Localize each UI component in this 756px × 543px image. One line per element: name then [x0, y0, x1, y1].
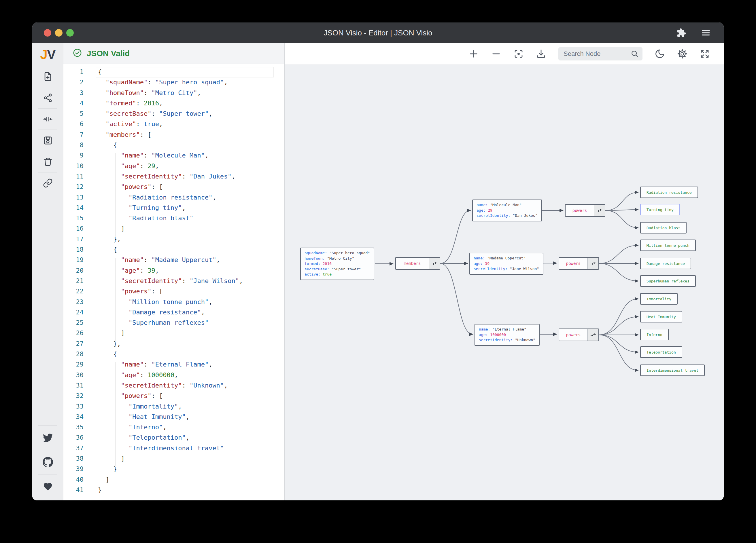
center-view-icon[interactable] — [32, 109, 63, 130]
node-powers-array-0[interactable]: powers — [565, 204, 605, 217]
github-icon[interactable] — [32, 450, 63, 474]
graph-panel: squadName:"Super hero squad" homeTown:"M… — [285, 43, 724, 500]
code-line[interactable]: 7 "members": [ — [63, 130, 284, 140]
code-line[interactable]: 25 "Superhuman reflexes" — [63, 317, 284, 328]
code-line[interactable]: 23 "Million tonne punch", — [63, 297, 284, 307]
code-line[interactable]: 17 }, — [63, 234, 284, 245]
new-document-icon[interactable] — [32, 66, 63, 87]
code-line[interactable]: 19 "name": "Madame Uppercut", — [63, 255, 284, 265]
dark-mode-moon-icon[interactable] — [655, 49, 665, 59]
node-members-array[interactable]: members — [395, 257, 440, 270]
code-line[interactable]: 15 "Radiation blast" — [63, 213, 284, 224]
code-line[interactable]: 2 "squadName": "Super hero squad", — [63, 77, 284, 88]
node-powers-array-1[interactable]: powers — [559, 257, 599, 270]
code-line[interactable]: 29 "name": "Eternal Flame", — [63, 359, 284, 370]
code-line[interactable]: 38 ] — [63, 453, 284, 464]
code-line[interactable]: 27 }, — [63, 338, 284, 349]
node-row: name:"Molecule Man" — [477, 203, 538, 208]
line-number: 27 — [63, 338, 84, 349]
code-line[interactable]: 6 "active": true, — [63, 119, 284, 129]
line-number: 4 — [63, 98, 84, 109]
code-line[interactable]: 21 "secretIdentity": "Jane Wilson", — [63, 276, 284, 286]
code-line[interactable]: 31 "secretIdentity": "Unknown", — [63, 380, 284, 391]
search-node-input[interactable] — [558, 47, 642, 60]
code-line[interactable]: 11 "secretIdentity": "Dan Jukes", — [63, 171, 284, 182]
node-leaf[interactable]: Superhuman reflexes — [640, 275, 696, 287]
collapse-node-icon[interactable] — [594, 205, 605, 216]
code-line[interactable]: 40 ] — [63, 474, 284, 485]
node-leaf[interactable]: Radiation blast — [640, 222, 687, 234]
code-line[interactable]: 14 "Turning tiny", — [63, 203, 284, 213]
fullscreen-icon[interactable] — [700, 49, 710, 59]
code-line[interactable]: 41} — [63, 485, 284, 495]
line-number: 6 — [63, 119, 84, 129]
extension-puzzle-icon[interactable] — [676, 28, 686, 38]
line-number: 33 — [63, 401, 84, 412]
node-member-2[interactable]: name:"Eternal Flame" age:1000000 secretI… — [475, 324, 540, 346]
node-leaf-highlighted[interactable]: Turning tiny — [640, 204, 680, 215]
code-line[interactable]: 22 "powers": [ — [63, 286, 284, 296]
code-line[interactable]: 9 "name": "Molecule Man", — [63, 150, 284, 161]
search-icon[interactable] — [630, 50, 639, 59]
node-leaf[interactable]: Immortality — [640, 293, 678, 304]
delete-icon[interactable] — [32, 151, 63, 172]
code-line[interactable]: 16 ] — [63, 224, 284, 234]
collapse-node-icon[interactable] — [429, 258, 440, 269]
settings-gear-icon[interactable] — [677, 49, 687, 59]
code-line[interactable]: 20 "age": 39, — [63, 266, 284, 276]
code-line[interactable]: 28 { — [63, 349, 284, 359]
code-line[interactable]: 34 "Heat Immunity", — [63, 412, 284, 422]
code-line[interactable]: 18 { — [63, 245, 284, 255]
code-line[interactable]: 36 "Teleportation", — [63, 432, 284, 443]
node-leaf[interactable]: Radiation resistance — [640, 187, 698, 198]
code-line[interactable]: 32 "powers": [ — [63, 391, 284, 401]
code-line[interactable]: 3 "homeTown": "Metro City", — [63, 88, 284, 98]
line-number: 26 — [63, 328, 84, 338]
graph-canvas[interactable]: squadName:"Super hero squad" homeTown:"M… — [285, 65, 724, 500]
code-line[interactable]: 1{ — [63, 67, 284, 77]
node-root-object[interactable]: squadName:"Super hero squad" homeTown:"M… — [300, 248, 374, 280]
editor-scrollbar[interactable] — [276, 64, 276, 500]
code-line[interactable]: 12 "powers": [ — [63, 182, 284, 192]
sponsor-heart-icon[interactable] — [32, 474, 63, 499]
node-member-1[interactable]: name:"Madame Uppercut" age:39 secretIden… — [469, 253, 543, 275]
node-leaf[interactable]: Inferno — [640, 329, 669, 340]
code-line[interactable]: 30 "age": 1000000, — [63, 370, 284, 380]
center-focus-icon[interactable] — [513, 49, 524, 59]
code-line[interactable]: 13 "Radiation resistance", — [63, 192, 284, 203]
code-line[interactable]: 26 ] — [63, 328, 284, 338]
code-line[interactable]: 24 "Damage resistance", — [63, 307, 284, 317]
code-line[interactable]: 35 "Inferno", — [63, 422, 284, 432]
share-graph-icon[interactable] — [32, 87, 63, 108]
line-number: 41 — [63, 485, 84, 495]
node-leaf[interactable]: Million tonne punch — [640, 240, 696, 251]
zoom-out-icon[interactable] — [491, 49, 501, 59]
collapse-node-icon[interactable] — [587, 329, 598, 340]
node-powers-array-2[interactable]: powers — [559, 328, 599, 341]
node-leaf[interactable]: Teleportation — [640, 346, 682, 358]
line-number: 29 — [63, 359, 84, 370]
node-leaf[interactable]: Interdimensional travel — [640, 364, 705, 376]
code-line[interactable]: 33 "Immortality", — [63, 401, 284, 412]
save-icon[interactable] — [32, 130, 63, 151]
menu-icon[interactable] — [701, 28, 711, 38]
app-window: JSON Visio - Editor | JSON Visio JV — [32, 22, 724, 500]
code-line[interactable]: 37 "Interdimensional travel" — [63, 443, 284, 453]
code-line[interactable]: 5 "secretBase": "Super tower", — [63, 109, 284, 119]
zoom-in-icon[interactable] — [468, 49, 479, 59]
app-logo[interactable]: JV — [40, 43, 55, 66]
collapse-node-icon[interactable] — [587, 258, 598, 269]
code-editor[interactable]: 1{2 "squadName": "Super hero squad",3 "h… — [63, 64, 284, 500]
node-leaf[interactable]: Heat Immunity — [640, 311, 682, 322]
twitter-icon[interactable] — [32, 425, 63, 450]
node-member-0[interactable]: name:"Molecule Man" age:29 secretIdentit… — [472, 200, 542, 222]
line-number: 3 — [63, 88, 84, 98]
code-line[interactable]: 4 "formed": 2016, — [63, 98, 284, 109]
code-line[interactable]: 10 "age": 29, — [63, 161, 284, 171]
link-icon[interactable] — [32, 173, 63, 194]
download-icon[interactable] — [536, 49, 546, 59]
node-leaf[interactable]: Damage resistance — [640, 258, 691, 269]
code-line[interactable]: 8 { — [63, 140, 284, 150]
line-number: 31 — [63, 380, 84, 391]
code-line[interactable]: 39 } — [63, 464, 284, 474]
